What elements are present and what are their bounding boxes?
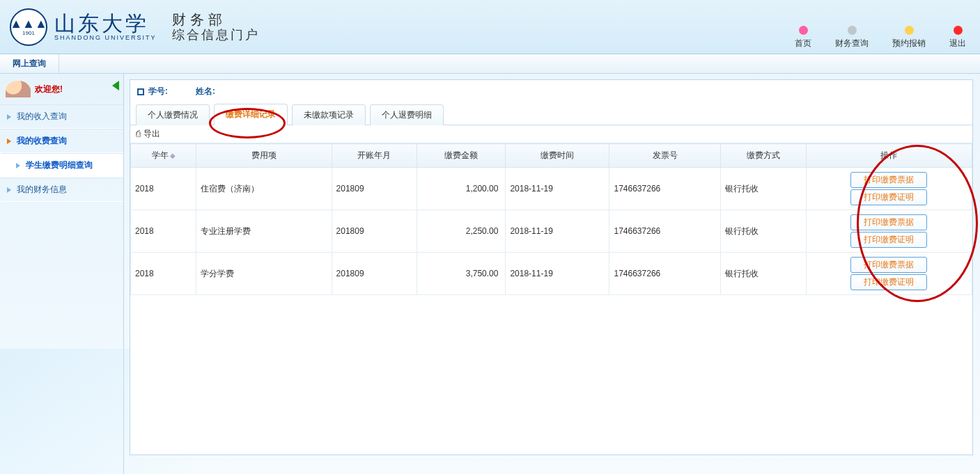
university-name-cn: 山东大学: [54, 12, 157, 35]
cell: 银行托收: [721, 253, 806, 295]
cell: 1746637266: [609, 253, 721, 295]
topnav-item-2[interactable]: 预约报销: [892, 26, 926, 49]
sidebar-item-2[interactable]: 学生缴费明细查询: [0, 153, 123, 177]
tab-2[interactable]: 未缴款项记录: [292, 104, 366, 125]
table-row: 2018学分学费2018093,750.002018-11-1917466372…: [131, 253, 972, 295]
sub-header: 网上查询: [0, 54, 980, 74]
cell: 2018-11-19: [506, 210, 609, 253]
action-cell: 打印缴费票据打印缴费证明: [806, 210, 972, 253]
sort-icon[interactable]: ◆: [170, 152, 176, 159]
print-proof-button[interactable]: 打印缴费证明: [850, 274, 927, 290]
table-row: 2018住宿费（济南）2018091,200.002018-11-1917466…: [131, 168, 972, 210]
cell: 1746637266: [609, 210, 721, 253]
print-receipt-button[interactable]: 打印缴费票据: [850, 257, 927, 273]
cell: 201809: [332, 253, 417, 295]
cell: 银行托收: [721, 168, 806, 210]
action-cell: 打印缴费票据打印缴费证明: [806, 168, 972, 210]
col-header-0[interactable]: 学年◆: [131, 144, 196, 168]
col-header-7: 操作: [806, 144, 972, 168]
side-menu: 我的收入查询我的收费查询学生缴费明细查询我的财务信息: [0, 104, 123, 202]
tab-3[interactable]: 个人退费明细: [370, 104, 444, 125]
cell: 1,200.00: [417, 168, 506, 210]
cell: 学分学费: [196, 253, 332, 295]
cell: 住宿费（济南）: [196, 168, 332, 210]
cell: 2,250.00: [417, 210, 506, 253]
university-name-en: SHANDONG UNIVERSITY: [54, 35, 157, 42]
cell: 2018-11-19: [506, 253, 609, 295]
col-header-4: 缴费时间: [506, 144, 609, 168]
avatar-icon: [6, 81, 31, 97]
subheader-tab-online-query[interactable]: 网上查询: [0, 54, 59, 73]
print-receipt-button[interactable]: 打印缴费票据: [850, 172, 927, 188]
cell: 3,750.00: [417, 253, 506, 295]
detail-tabs: 个人缴费情况缴费详细记录未缴款项记录个人退费明细: [130, 103, 972, 125]
print-receipt-button[interactable]: 打印缴费票据: [850, 214, 927, 230]
col-header-3: 缴费金额: [417, 144, 506, 168]
page-header: ▲▲▲ 1901 山东大学 SHANDONG UNIVERSITY 财务部 综合…: [0, 0, 980, 54]
topnav-label: 首页: [795, 38, 811, 49]
cell: 专业注册学费: [196, 210, 332, 253]
cell: 银行托收: [721, 210, 806, 253]
nav-dot-icon: [905, 26, 914, 35]
cell: 1746637266: [609, 168, 721, 210]
topnav-label: 财务查询: [835, 38, 869, 49]
content-panel: 学号: 姓名: 个人缴费情况缴费详细记录未缴款项记录个人退费明细 导出 学年◆费…: [130, 79, 973, 455]
cell: 2018-11-19: [506, 168, 609, 210]
sidebar-item-3[interactable]: 我的财务信息: [0, 177, 123, 202]
col-header-2: 开账年月: [332, 144, 417, 168]
cell: 2018: [131, 253, 196, 295]
topnav-item-3[interactable]: 退出: [949, 26, 966, 49]
print-proof-button[interactable]: 打印缴费证明: [850, 232, 927, 248]
print-proof-button[interactable]: 打印缴费证明: [850, 189, 927, 205]
col-header-5: 发票号: [609, 144, 721, 168]
topnav-item-1[interactable]: 财务查询: [835, 26, 869, 49]
export-button[interactable]: 导出: [136, 129, 160, 139]
topnav-label: 预约报销: [892, 38, 926, 49]
tab-1[interactable]: 缴费详细记录: [214, 104, 288, 125]
university-seal-icon: ▲▲▲ 1901: [10, 8, 47, 46]
university-logo: ▲▲▲ 1901 山东大学 SHANDONG UNIVERSITY: [10, 8, 157, 46]
sidebar: 欢迎您! 我的收入查询我的收费查询学生缴费明细查询我的财务信息: [0, 74, 124, 474]
cell: 201809: [332, 210, 417, 253]
top-nav: 首页财务查询预约报销退出: [795, 26, 966, 49]
payment-table: 学年◆费用项开账年月缴费金额缴费时间发票号缴费方式操作 2018住宿费（济南）2…: [130, 143, 972, 295]
nav-dot-icon: [799, 26, 808, 35]
sidebar-item-1[interactable]: 我的收费查询: [0, 129, 123, 153]
square-bullet-icon: [137, 88, 144, 95]
student-info-bar: 学号: 姓名:: [130, 80, 972, 103]
welcome-text: 欢迎您!: [35, 84, 63, 95]
sidebar-item-0[interactable]: 我的收入查询: [0, 104, 123, 129]
topnav-label: 退出: [949, 38, 966, 49]
col-header-1: 费用项: [196, 144, 332, 168]
cell: 2018: [131, 168, 196, 210]
toolbar: 导出: [130, 125, 972, 143]
nav-dot-icon: [848, 26, 857, 35]
table-row: 2018专业注册学费2018092,250.002018-11-19174663…: [131, 210, 972, 253]
department-title: 财务部 综合信息门户: [172, 11, 260, 43]
welcome-block: 欢迎您!: [0, 74, 123, 100]
col-header-6: 缴费方式: [721, 144, 806, 168]
main-content: 学号: 姓名: 个人缴费情况缴费详细记录未缴款项记录个人退费明细 导出 学年◆费…: [124, 74, 980, 474]
collapse-arrow-icon[interactable]: [112, 81, 119, 90]
topnav-item-0[interactable]: 首页: [795, 26, 811, 49]
tab-0[interactable]: 个人缴费情况: [136, 104, 210, 125]
cell: 201809: [332, 168, 417, 210]
action-cell: 打印缴费票据打印缴费证明: [806, 253, 972, 295]
nav-dot-icon: [954, 26, 963, 35]
cell: 2018: [131, 210, 196, 253]
